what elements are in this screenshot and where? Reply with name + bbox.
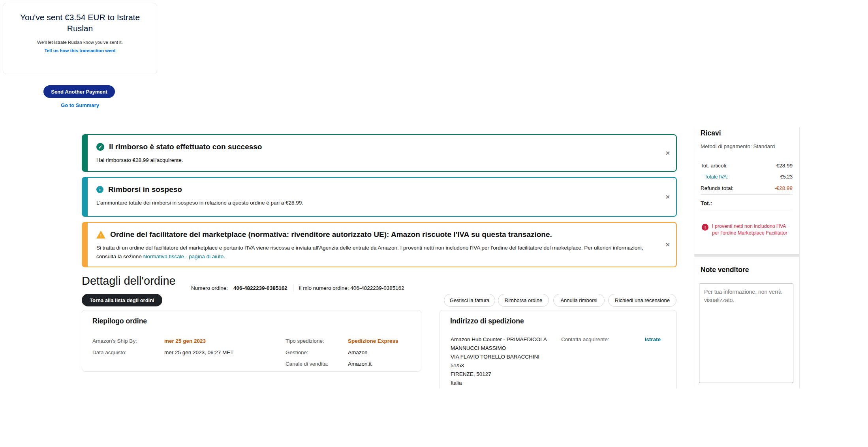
back-to-orders-button[interactable]: Torna alla lista degli ordini	[82, 294, 162, 306]
refund-success-alert: ✓ Il rimborso è stato effettuato con suc…	[82, 134, 677, 172]
revenue-sidebar: Ricavi Metodi di pagamento: Standard Tot…	[694, 127, 800, 388]
success-alert-title: Il rimborso è stato effettuato con succe…	[109, 143, 262, 151]
meta-divider	[293, 285, 293, 291]
refund-order-button[interactable]: Rimborsa ordine	[498, 294, 549, 307]
sales-channel-value: Amazon.it	[348, 361, 372, 367]
my-order-number: Il mio numero ordine: 406-4822239-038516…	[299, 285, 404, 291]
contact-buyer-link[interactable]: Istrate	[644, 336, 661, 342]
address-line: MANNUCCI MASSIMO	[451, 344, 547, 353]
info-icon: i	[96, 186, 103, 193]
refunds-total-label: Refunds total:	[701, 185, 733, 191]
order-number-label: Numero ordine:	[191, 285, 228, 291]
warning-icon: !	[96, 231, 105, 239]
close-icon[interactable]: ✕	[665, 193, 670, 201]
items-total-label: Tot. articoli:	[701, 163, 727, 169]
purchase-date-label: Data acquisto:	[92, 349, 126, 355]
contact-buyer-label: Contatta acquirente:	[561, 336, 609, 342]
ship-by-label: Amazon's Ship By:	[92, 338, 137, 344]
alert-title-row: ! Ordine del facilitatore del marketplac…	[96, 230, 648, 239]
address-line: FIRENZE, 50127	[451, 370, 547, 379]
payment-subtitle: We'll let Istrate Ruslan know you've sen…	[3, 40, 157, 45]
info-alert-title: Rimborsi in sospeso	[108, 185, 182, 194]
manage-invoice-button[interactable]: Gestisci la fattura	[444, 294, 495, 307]
error-icon: !	[702, 224, 708, 231]
address-line: Amazon Hub Counter - PRIMAEDICOLA	[451, 335, 547, 344]
address-line: 51/53	[451, 361, 547, 370]
refunds-total-value: -€28.99	[774, 185, 793, 191]
success-check-icon: ✓	[96, 143, 104, 151]
fulfillment-label: Gestione:	[286, 349, 308, 355]
warning-alert-body: Si tratta di un ordine del facilitatore …	[96, 244, 648, 261]
payment-title: You've sent €3.54 EUR to Istrate Ruslan	[3, 12, 157, 34]
seller-notes-title: Note venditore	[701, 266, 749, 274]
ship-by-value: mer 25 gen 2023	[164, 338, 206, 344]
vat-total-value: €5.23	[780, 174, 793, 180]
net-proceeds-warning: I proventi netti non includono l'IVA per…	[712, 223, 793, 236]
payment-confirmation-card: You've sent €3.54 EUR to Istrate Ruslan …	[3, 3, 157, 74]
info-alert-body: L'ammontare totale dei rimborsi in sospe…	[96, 199, 648, 207]
close-icon[interactable]: ✕	[665, 150, 670, 157]
request-review-button[interactable]: Richiedi una recensione	[608, 294, 676, 307]
page: You've sent €3.54 EUR to Istrate Ruslan …	[0, 0, 868, 388]
payment-method: Metodi di pagamento: Standard	[701, 143, 775, 149]
shipping-type-label: Tipo spedizione:	[286, 338, 324, 344]
address-line: Italia	[451, 379, 547, 387]
purchase-date-value: mer 25 gen 2023, 06:27 MET	[164, 349, 234, 355]
shipping-address-title: Indirizzo di spedizione	[450, 317, 524, 325]
divider	[701, 210, 793, 210]
section-divider	[694, 254, 799, 257]
page-title: Dettagli dell'ordine	[82, 274, 176, 287]
shipping-address: Amazon Hub Counter - PRIMAEDICOLA MANNUC…	[451, 335, 547, 387]
sales-channel-label: Canale di vendita:	[286, 361, 328, 367]
order-summary-title: Riepilogo ordine	[92, 317, 147, 325]
seller-notes-input[interactable]	[699, 284, 793, 383]
order-number: 406-4822239-0385162	[233, 285, 287, 291]
address-line: VIA FLAVIO TORELLO BARACCHINI	[451, 353, 547, 361]
shipping-type-value: Spedizione Express	[348, 338, 398, 344]
go-to-summary-link[interactable]: Go to Summary	[3, 102, 157, 108]
warning-body-period: .	[224, 254, 225, 259]
shipping-address-card: Indirizzo di spedizione Amazon Hub Count…	[440, 310, 677, 388]
close-icon[interactable]: ✕	[665, 241, 670, 248]
pending-refunds-alert: i Rimborsi in sospeso L'ammontare totale…	[82, 177, 677, 217]
fulfillment-value: Amazon	[348, 349, 368, 355]
items-total-value: €28.99	[776, 163, 793, 169]
vat-total-label: Totale IVA:	[705, 174, 728, 180]
alert-title-row: ✓ Il rimborso è stato effettuato con suc…	[96, 143, 648, 151]
order-meta: Numero ordine: 406-4822239-0385162 Il mi…	[191, 285, 404, 291]
warning-alert-title: Ordine del facilitatore del marketplace …	[110, 230, 552, 239]
total-label: Tot.:	[701, 200, 712, 207]
tax-policy-help-link[interactable]: Normativa fiscale - pagina di aiuto	[143, 254, 224, 259]
revenue-title: Ricavi	[701, 129, 721, 137]
send-another-payment-button[interactable]: Send Another Payment	[43, 85, 115, 98]
transaction-feedback-link[interactable]: Tell us how this transaction went	[3, 48, 157, 53]
marketplace-facilitator-alert: ! Ordine del facilitatore del marketplac…	[82, 222, 677, 267]
success-alert-body: Hai rimborsato €28.99 all'acquirente.	[96, 156, 648, 165]
alert-title-row: i Rimborsi in sospeso	[96, 185, 648, 194]
order-summary-card: Riepilogo ordine Amazon's Ship By: mer 2…	[82, 310, 421, 372]
divider	[701, 194, 793, 195]
cancel-refunds-button[interactable]: Annulla rimborsi	[553, 294, 605, 307]
